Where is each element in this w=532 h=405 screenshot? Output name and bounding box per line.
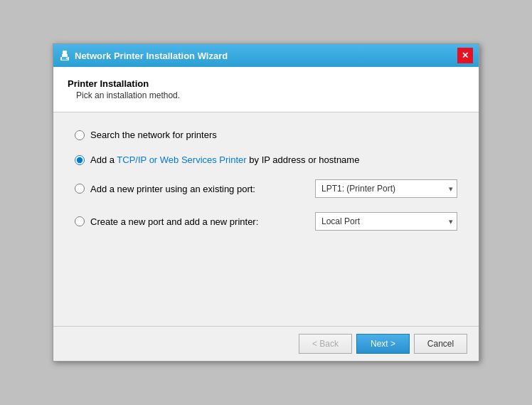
existing-port-dropdown[interactable]: LPT1: (Printer Port) LPT2: (Printer Port… — [315, 179, 457, 198]
highlight-tcpip: TCP/IP or Web Services Printer — [117, 154, 246, 165]
radio-existing-port[interactable] — [75, 184, 85, 194]
header-subtitle: Pick an installation method. — [68, 90, 464, 100]
cancel-button[interactable]: Cancel — [414, 334, 467, 354]
option-new-port-row: Create a new port and add a new printer:… — [75, 212, 457, 231]
new-port-dropdown-wrapper: Local Port Standard TCP/IP Port — [315, 212, 457, 231]
label-search-network[interactable]: Search the network for printers — [90, 130, 217, 140]
back-button[interactable]: < Back — [299, 334, 352, 354]
title-bar: Network Printer Installation Wizard ✕ — [53, 44, 479, 67]
close-button[interactable]: ✕ — [457, 48, 473, 63]
svg-point-4 — [66, 58, 68, 59]
radio-new-port[interactable] — [75, 216, 85, 226]
existing-port-dropdown-wrapper: LPT1: (Printer Port) LPT2: (Printer Port… — [315, 179, 457, 198]
svg-rect-2 — [63, 51, 67, 54]
new-port-dropdown[interactable]: Local Port Standard TCP/IP Port — [315, 212, 457, 231]
footer-section: < Back Next > Cancel — [53, 326, 479, 361]
content-area: Search the network for printers Add a TC… — [53, 112, 479, 326]
option-new-port: Create a new port and add a new printer: — [75, 216, 258, 227]
option-tcpip: Add a TCP/IP or Web Services Printer by … — [75, 154, 457, 165]
radio-search-network[interactable] — [75, 130, 85, 140]
dialog-title: Network Printer Installation Wizard — [75, 51, 228, 61]
header-title: Printer Installation — [68, 78, 464, 89]
option-existing-port: Add a new printer using an existing port… — [75, 184, 255, 194]
label-existing-port[interactable]: Add a new printer using an existing port… — [90, 184, 255, 194]
installation-options: Search the network for printers Add a TC… — [75, 130, 457, 231]
radio-tcpip[interactable] — [75, 155, 85, 165]
option-existing-port-row: Add a new printer using an existing port… — [75, 179, 457, 198]
option-search-network: Search the network for printers — [75, 130, 457, 140]
next-button[interactable]: Next > — [356, 334, 410, 354]
printer-icon — [59, 50, 70, 61]
header-section: Printer Installation Pick an installatio… — [53, 67, 479, 112]
dialog-window: Network Printer Installation Wizard ✕ Pr… — [53, 43, 479, 362]
label-tcpip[interactable]: Add a TCP/IP or Web Services Printer by … — [90, 154, 359, 165]
label-new-port[interactable]: Create a new port and add a new printer: — [90, 216, 258, 227]
title-bar-left: Network Printer Installation Wizard — [59, 50, 228, 61]
